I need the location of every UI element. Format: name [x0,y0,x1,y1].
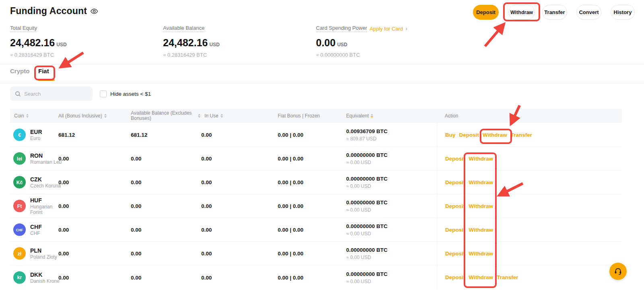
equivalent: 0.00000000 BTC≈ 0.00 USD [346,247,388,260]
table-row-chf: CHF CHFCHF 0.00 0.00 0.00 0.00 | 0.00 0.… [10,218,622,242]
all-balance: 0.00 [58,227,69,233]
convert-button[interactable]: Convert [576,5,601,20]
withdraw-link[interactable]: Withdraw [469,156,493,162]
in-use: 0.00 [201,274,212,280]
action-cell: Buy Deposit Withdraw Transfer [437,123,622,147]
page-title-text: Funding Account [10,6,87,16]
tab-crypto[interactable]: Crypto [10,68,29,74]
action-cell: Deposit Withdraw [437,171,622,194]
in-use: 0.00 [201,203,212,209]
equivalent: 0.00000000 BTC≈ 0.00 USD [346,176,388,189]
sort-icon-desc[interactable] [371,114,373,118]
available-balance-stat: Available Balance 24,482.16USD ≈ 0.28316… [163,25,312,58]
hide-assets-checkbox[interactable] [100,90,107,97]
coin-code: CZK [30,176,61,183]
withdraw-button[interactable]: Withdraw [508,5,535,20]
available-balance-btc: ≈ 0.28316429 BTC [163,52,312,58]
table-row-czk: Kč CZKCzech Koruna 0.00 0.00 0.00 0.00 |… [10,171,622,194]
available-balance: 681.12 [131,132,147,138]
sort-icon[interactable] [221,114,223,118]
apply-for-card-link[interactable]: Apply for Card [369,26,403,32]
chevron-right-icon[interactable]: › [405,25,407,32]
available-balance: 0.00 [131,203,141,209]
all-balance: 681.12 [58,132,75,138]
total-equity-unit: USD [56,42,66,47]
eye-icon[interactable] [90,7,98,15]
card-spending-power-label: Card Spending Power [316,25,367,32]
table-row-huf: Ft HUFHungarian Forint 0.00 0.00 0.00 0.… [10,194,622,218]
bonus-frozen: 0.00 | 0.00 [278,203,303,209]
deposit-link[interactable]: Deposit [445,203,465,209]
table-row-eur: € EUREuro 681.12 681.12 0.00 0.00 | 0.00… [10,123,622,147]
deposit-button[interactable]: Deposit [473,5,499,20]
withdraw-link[interactable]: Withdraw [469,203,493,209]
deposit-link[interactable]: Deposit [445,227,465,233]
bonus-frozen: 0.00 | 0.00 [278,132,303,138]
page-title: Funding Account [10,6,98,16]
hide-assets-label: Hide assets < $1 [110,91,151,97]
sort-icon[interactable] [104,114,107,118]
withdraw-link[interactable]: Withdraw [483,132,507,138]
withdraw-link[interactable]: Withdraw [469,227,493,233]
history-button[interactable]: History [611,5,635,20]
deposit-link[interactable]: Deposit [459,132,479,138]
withdraw-link[interactable]: Withdraw [469,251,493,257]
transfer-link[interactable]: Transfer [497,274,518,280]
transfer-link[interactable]: Transfer [511,132,532,138]
in-use: 0.00 [201,179,212,185]
action-cell: Deposit Withdraw [437,194,622,218]
table-header-row: Coin All (Bonus Inclusive) Available Bal… [10,109,622,123]
support-button[interactable] [609,263,627,280]
total-equity-btc: ≈ 0.28316429 BTC [10,52,159,58]
withdraw-link[interactable]: Withdraw [469,274,493,280]
deposit-link[interactable]: Deposit [445,156,465,162]
czk-coin-icon: Kč [13,176,26,189]
coin-cell: Kč CZKCzech Koruna [13,176,61,189]
column-header-equivalent[interactable]: Equivalent [346,109,373,123]
tab-fiat[interactable]: Fiat [38,68,49,74]
card-spending-power-unit: USD [337,42,347,47]
search-input[interactable] [24,91,85,97]
deposit-link[interactable]: Deposit [445,179,465,185]
column-header-coin[interactable]: Coin [14,109,29,123]
equivalent: 0.00000000 BTC≈ 0.00 USD [346,152,388,165]
coin-name: Poland Złoty [30,254,57,260]
pln-coin-icon: zł [13,247,26,260]
transfer-button[interactable]: Transfer [542,5,567,20]
coin-name: Danish Krone [30,278,60,284]
buy-link[interactable]: Buy [445,132,456,138]
all-balance: 0.00 [58,251,69,257]
sort-icon[interactable] [26,114,29,118]
table-row-ron: lei RONRomanian Leu 0.00 0.00 0.00 0.00 … [10,147,622,171]
active-tab-underline [38,79,55,81]
available-balance-unit: USD [209,42,219,47]
coin-name: Romanian Leu [30,159,62,165]
deposit-link[interactable]: Deposit [445,251,465,257]
table-row-dkk: kr DKKDanish Krone 0.00 0.00 0.00 0.00 |… [10,265,622,289]
coin-cell: kr DKKDanish Krone [13,271,60,284]
available-balance: 0.00 [131,156,141,162]
bonus-frozen: 0.00 | 0.00 [278,156,303,162]
coin-cell: CHF CHFCHF [13,224,42,236]
annotation-arrow-withdraw-button [485,25,504,46]
available-balance: 0.00 [131,227,141,233]
deposit-link[interactable]: Deposit [445,274,465,280]
available-balance-value: 24,482.16USD [163,37,312,49]
card-spending-power-stat: Card Spending Power Apply for Card › 0.0… [316,25,465,58]
column-header-available[interactable]: Available Balance (Excludes Bonuses) [131,109,195,123]
action-cell: Deposit Withdraw [437,218,622,242]
column-header-in-use[interactable]: In Use [204,109,223,123]
column-header-all[interactable]: All (Bonus Inclusive) [58,109,107,123]
huf-coin-icon: Ft [13,200,26,212]
in-use: 0.00 [201,227,212,233]
coin-code: CHF [30,224,42,230]
card-spending-power-value: 0.00USD [316,37,465,49]
search-box[interactable] [10,86,93,101]
in-use: 0.00 [201,251,212,257]
coin-name: CHF [30,230,42,236]
withdraw-link[interactable]: Withdraw [469,179,493,185]
available-balance: 0.00 [131,251,141,257]
chf-coin-icon: CHF [13,224,26,236]
headset-icon [614,267,622,276]
sort-icon-available[interactable] [196,109,200,123]
